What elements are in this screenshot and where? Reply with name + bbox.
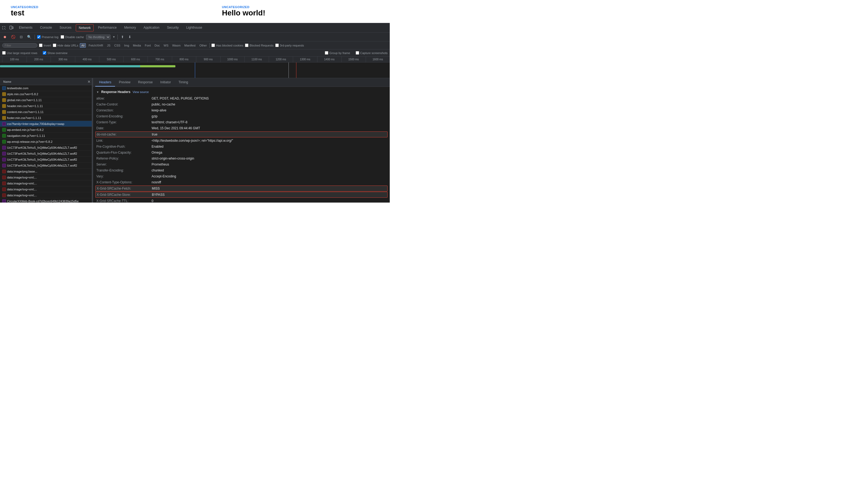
clear-button[interactable]: 🚫 <box>10 34 17 39</box>
preview-post-1: UNCATEGORIZED test <box>11 5 168 17</box>
request-item-19[interactable]: data:image/svg+xml;... <box>0 192 92 198</box>
detail-tab-response[interactable]: Response <box>134 78 156 87</box>
disable-cache-label[interactable]: Disable cache <box>61 35 84 39</box>
header-value-x-grid-src-fetch: MISS <box>152 186 160 191</box>
filter-button[interactable]: ⊟ <box>19 34 24 39</box>
blocked-requests-checkbox[interactable] <box>245 43 248 47</box>
tab-network[interactable]: Network <box>76 24 94 31</box>
request-icon-2 <box>2 92 6 96</box>
devtools-tabs-bar: Elements Console Sources Network Perform… <box>0 23 390 33</box>
tab-elements[interactable]: Elements <box>15 23 36 32</box>
third-party-label[interactable]: 3rd-party requests <box>275 43 304 47</box>
show-overview-checkbox[interactable] <box>43 51 46 55</box>
third-party-checkbox[interactable] <box>275 43 279 47</box>
header-name-pre-cognitive-push: Pre-Cognitive-Push: <box>96 144 151 149</box>
filter-type-img[interactable]: Img <box>123 43 130 47</box>
import-button[interactable]: ⬆ <box>120 34 125 39</box>
filter-type-wasm[interactable]: Wasm <box>171 43 182 47</box>
tab-memory[interactable]: Memory <box>120 23 140 32</box>
request-name-7: css?family=Inter:regular,700&display=swa… <box>7 122 91 126</box>
large-rows-label[interactable]: Use large request rows <box>2 51 37 55</box>
group-by-frame-checkbox[interactable] <box>325 51 328 55</box>
request-item-17[interactable]: data:image/svg+xml;... <box>0 181 92 186</box>
request-item-4[interactable]: header.min.css?ver=1.1.11 <box>0 103 92 109</box>
group-by-frame-label[interactable]: Group by frame <box>325 51 350 55</box>
filter-type-media[interactable]: Media <box>132 43 142 47</box>
request-item-6[interactable]: footer.min.css?ver=1.1.11 <box>0 115 92 121</box>
request-item-14[interactable]: UcC73FwrK3iLTeHuS_fvQtMwCp50KnMa1ZL7.wof… <box>0 163 92 168</box>
request-item-12[interactable]: UcC73FwrK3iLTeHuS_fvQtMwCp50KnMa1ZL7.wof… <box>0 151 92 157</box>
filter-type-fetch-xhr[interactable]: Fetch/XHR <box>87 43 104 47</box>
detail-tab-headers[interactable]: Headers <box>95 78 115 87</box>
invert-checkbox[interactable] <box>39 43 42 47</box>
request-item-16[interactable]: data:image/svg+xml;... <box>0 174 92 181</box>
filter-type-font[interactable]: Font <box>144 43 152 47</box>
tab-security[interactable]: Security <box>163 23 182 32</box>
hide-data-urls-label[interactable]: Hide data URLs <box>53 43 79 47</box>
show-overview-label[interactable]: Show overview <box>43 51 67 55</box>
request-item-15[interactable]: data:image/png;base... <box>0 168 92 174</box>
filter-type-all[interactable]: All <box>80 43 86 47</box>
request-icon-20 <box>2 199 6 203</box>
capture-screenshots-checkbox[interactable] <box>355 51 359 55</box>
close-detail-button[interactable]: ✕ <box>87 79 91 84</box>
request-name-6: footer.min.css?ver=1.1.11 <box>7 116 91 120</box>
filter-input[interactable] <box>5 44 32 47</box>
tab-performance[interactable]: Performance <box>94 23 120 32</box>
filter-type-ws[interactable]: WS <box>163 43 170 47</box>
record-button[interactable]: ⏺ <box>2 34 8 39</box>
request-item-20[interactable]: CircularXXWeb-Book-cd7d2bcec649b1243839a… <box>0 198 92 202</box>
large-rows-text: Use large request rows <box>7 52 37 55</box>
export-button[interactable]: ⬇ <box>127 34 132 39</box>
detail-tab-preview[interactable]: Preview <box>115 78 134 87</box>
request-item-18[interactable]: data:image/svg+xml;... <box>0 186 92 192</box>
has-blocked-cookies-checkbox[interactable] <box>211 43 215 47</box>
tab-lighthouse[interactable]: Lighthouse <box>182 23 206 32</box>
tab-application[interactable]: Application <box>140 23 163 32</box>
request-item-10[interactable]: wp-emoji-release.min.js?ver=5.8.2 <box>0 139 92 145</box>
capture-screenshots-label[interactable]: Capture screenshots <box>355 51 388 55</box>
filter-type-js[interactable]: JS <box>106 43 112 47</box>
large-rows-checkbox[interactable] <box>2 51 6 55</box>
filter-type-other[interactable]: Other <box>198 43 208 47</box>
options-left: Use large request rows Show overview <box>2 51 67 55</box>
disable-cache-checkbox[interactable] <box>61 35 64 39</box>
request-item-1[interactable]: testwebsite.com <box>0 85 92 91</box>
header-name-date: Date: <box>96 126 151 131</box>
inspect-element-button[interactable] <box>0 25 7 31</box>
request-item-13[interactable]: UcC73FwrK3iLTeHuS_fvQtMwCp50KnMa1ZL7.wof… <box>0 157 92 163</box>
disable-cache-text: Disable cache <box>65 35 84 39</box>
request-item-11[interactable]: UcC73FwrK3iLTeHuS_fvQtMwCp50KnMa1ZL7.wof… <box>0 145 92 151</box>
search-button[interactable]: 🔍 <box>26 34 32 39</box>
header-name-allow: allow: <box>96 96 151 101</box>
filter-type-doc[interactable]: Doc <box>153 43 161 47</box>
invert-label[interactable]: Invert <box>39 43 51 47</box>
device-toolbar-button[interactable] <box>7 25 15 31</box>
tab-console[interactable]: Console <box>36 23 56 32</box>
show-overview-text: Show overview <box>48 52 67 55</box>
tab-sources[interactable]: Sources <box>56 23 75 32</box>
header-name-vary: Vary: <box>96 174 151 179</box>
request-item-7[interactable]: css?family=Inter:regular,700&display=swa… <box>0 121 92 127</box>
request-item-3[interactable]: global.min.css?ver=1.1.11 <box>0 97 92 103</box>
blocked-requests-label[interactable]: Blocked Requests <box>245 43 274 47</box>
throttling-select[interactable]: No throttling Fast 3G Slow 3G <box>86 35 111 39</box>
request-name-17: data:image/svg+xml;... <box>7 182 91 185</box>
preserve-log-label[interactable]: Preserve log <box>37 35 59 39</box>
detail-tab-timing[interactable]: Timing <box>175 78 192 87</box>
preserve-log-checkbox[interactable] <box>37 35 40 39</box>
has-blocked-cookies-label[interactable]: Has blocked cookies <box>211 43 243 47</box>
view-source-link[interactable]: View source <box>133 90 149 94</box>
request-item-5[interactable]: content.min.css?ver=1.1.11 <box>0 109 92 115</box>
filter-type-css[interactable]: CSS <box>113 43 122 47</box>
filter-type-manifest[interactable]: Manifest <box>183 43 197 47</box>
request-name-5: content.min.css?ver=1.1.11 <box>7 110 91 114</box>
detail-tab-initiator[interactable]: Initiator <box>156 78 175 87</box>
header-row-x-grid-src-ttl: X-Grid-SRCache-TTL: 0 <box>96 198 386 202</box>
hide-data-urls-checkbox[interactable] <box>53 43 56 47</box>
tick-1100ms: 1100 ms <box>244 57 269 62</box>
request-item-2[interactable]: style.min.css?ver=5.8.2 <box>0 91 92 97</box>
detail-panel: Headers Preview Response Initiator Timin… <box>93 78 390 202</box>
request-item-8[interactable]: wp-embed.min.js?ver=5.8.2 <box>0 127 92 133</box>
request-item-9[interactable]: navigation.min.js?ver=1.1.11 <box>0 133 92 139</box>
